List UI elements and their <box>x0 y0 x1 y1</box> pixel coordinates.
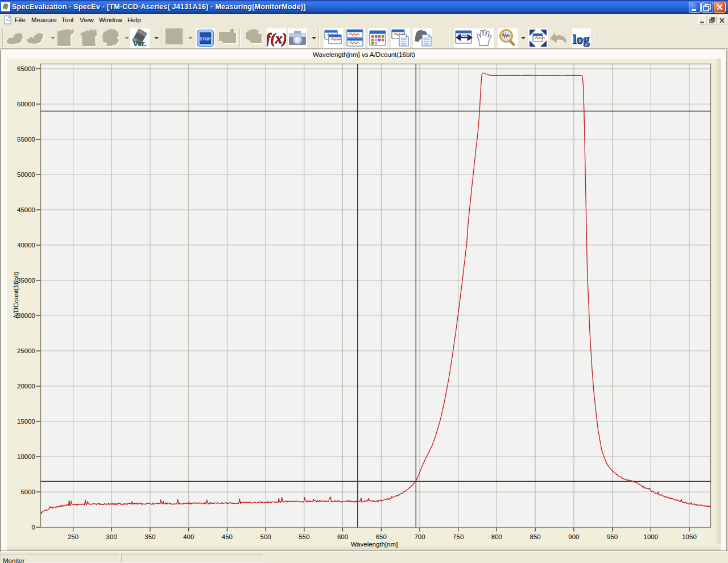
svg-text:900: 900 <box>568 533 579 540</box>
svg-text:10000: 10000 <box>17 453 35 460</box>
svg-text:25000: 25000 <box>17 347 35 354</box>
svg-text:800: 800 <box>491 533 502 540</box>
svg-text:60000: 60000 <box>17 101 35 107</box>
svg-text:550: 550 <box>299 533 309 540</box>
svg-text:400: 400 <box>183 533 194 540</box>
svg-text:Ver.: Ver. <box>133 39 146 48</box>
svg-text:1050: 1050 <box>682 533 697 540</box>
svg-text:45000: 45000 <box>17 206 35 213</box>
svg-text:log: log <box>573 32 590 47</box>
svg-text:5000: 5000 <box>20 489 35 495</box>
svg-text:750: 750 <box>453 533 464 540</box>
svg-text:f(x): f(x) <box>267 31 286 47</box>
svg-text:A/DCount(16bit): A/DCount(16bit) <box>13 272 19 319</box>
svg-text:Wavelength[nm] vs A/Dcount(16b: Wavelength[nm] vs A/Dcount(16bit) <box>313 51 415 58</box>
svg-text:50000: 50000 <box>17 171 35 178</box>
svg-text:30000: 30000 <box>17 312 35 319</box>
svg-text:35000: 35000 <box>17 277 35 284</box>
svg-text:65000: 65000 <box>17 65 35 72</box>
svg-text:950: 950 <box>607 533 618 540</box>
svg-text:450: 450 <box>222 533 233 540</box>
svg-text:15000: 15000 <box>17 418 35 425</box>
svg-text:55000: 55000 <box>17 136 35 143</box>
svg-text:250: 250 <box>68 533 78 540</box>
svg-text:40000: 40000 <box>17 242 35 249</box>
svg-text:1000: 1000 <box>644 533 659 540</box>
svg-text:0: 0 <box>32 524 35 531</box>
svg-text:500: 500 <box>260 533 271 540</box>
svg-text:300: 300 <box>106 533 117 540</box>
svg-text:Wavelength[nm]: Wavelength[nm] <box>351 541 398 548</box>
svg-text:350: 350 <box>144 533 155 540</box>
svg-text:650: 650 <box>376 533 387 540</box>
svg-text:STOP: STOP <box>200 37 211 41</box>
svg-text:20000: 20000 <box>17 383 35 390</box>
svg-text:700: 700 <box>414 533 425 540</box>
svg-text:850: 850 <box>530 533 541 540</box>
svg-text:600: 600 <box>337 533 348 540</box>
